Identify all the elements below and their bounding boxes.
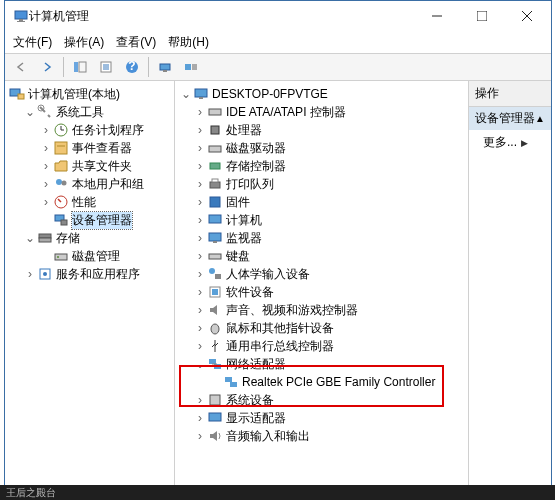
device-category[interactable]: ›音频输入和输出 — [177, 427, 466, 445]
more-actions-link[interactable]: 更多...▶ — [469, 130, 551, 155]
device-category[interactable]: ›人体学输入设备 — [177, 265, 466, 283]
tree-system-tools[interactable]: ⌄ 系统工具 — [7, 103, 172, 121]
maximize-button[interactable] — [459, 2, 504, 30]
console-tree[interactable]: 计算机管理(本地) ⌄ 系统工具 › 任务计划程序 › 事件查看器 › 共享文件… — [5, 81, 175, 487]
tree-local-users[interactable]: › 本地用户和组 — [7, 175, 172, 193]
expand-icon[interactable]: › — [193, 267, 207, 281]
device-category[interactable]: ›通用串行总线控制器 — [177, 337, 466, 355]
svg-rect-4 — [477, 11, 487, 21]
collapse-arrow-icon[interactable]: ▲ — [535, 113, 545, 124]
svg-rect-32 — [61, 220, 67, 225]
menu-file[interactable]: 文件(F) — [9, 32, 56, 53]
view-resources-button[interactable] — [179, 55, 203, 79]
collapse-icon[interactable]: ⌄ — [179, 87, 193, 101]
svg-rect-58 — [214, 364, 221, 369]
device-network-adapters[interactable]: ⌄网络适配器 — [177, 355, 466, 373]
sound-icon — [207, 302, 223, 318]
device-category[interactable]: ›声音、视频和游戏控制器 — [177, 301, 466, 319]
device-category[interactable]: ›IDE ATA/ATAPI 控制器 — [177, 103, 466, 121]
expand-icon[interactable]: › — [193, 213, 207, 227]
expand-icon[interactable]: › — [193, 159, 207, 173]
properties-button[interactable] — [94, 55, 118, 79]
actions-section-label: 设备管理器 — [475, 110, 535, 127]
svg-point-52 — [209, 268, 215, 274]
tools-icon — [37, 104, 53, 120]
menu-help[interactable]: 帮助(H) — [164, 32, 213, 53]
svg-rect-57 — [209, 359, 216, 364]
expand-icon[interactable]: › — [193, 105, 207, 119]
collapse-icon[interactable]: ⌄ — [23, 231, 37, 245]
collapse-icon[interactable]: ⌄ — [193, 357, 207, 371]
tree-event-viewer[interactable]: › 事件查看器 — [7, 139, 172, 157]
expand-icon[interactable]: › — [193, 123, 207, 137]
svg-rect-55 — [212, 289, 218, 295]
expand-icon[interactable]: › — [193, 411, 207, 425]
svg-rect-44 — [210, 163, 220, 169]
show-hide-tree-button[interactable] — [68, 55, 92, 79]
expand-icon[interactable]: › — [39, 141, 53, 155]
device-root[interactable]: ⌄ DESKTOP-0FPVTGE — [177, 85, 466, 103]
tree-task-scheduler[interactable]: › 任务计划程序 — [7, 121, 172, 139]
expand-icon[interactable]: › — [39, 159, 53, 173]
tree-label: 磁盘管理 — [72, 248, 120, 265]
tree-device-manager[interactable]: 设备管理器 — [7, 211, 172, 229]
close-button[interactable] — [504, 2, 549, 30]
device-category[interactable]: ›系统设备 — [177, 391, 466, 409]
expand-icon[interactable]: › — [193, 429, 207, 443]
submenu-arrow-icon: ▶ — [521, 138, 528, 148]
svg-rect-46 — [212, 179, 218, 182]
tree-shared-folders[interactable]: › 共享文件夹 — [7, 157, 172, 175]
computer-icon — [207, 212, 223, 228]
view-devices-button[interactable] — [153, 55, 177, 79]
device-category[interactable]: ›计算机 — [177, 211, 466, 229]
device-category[interactable]: ›固件 — [177, 193, 466, 211]
expand-icon[interactable]: › — [193, 249, 207, 263]
device-category[interactable]: ›软件设备 — [177, 283, 466, 301]
collapse-icon[interactable]: ⌄ — [23, 105, 37, 119]
device-category[interactable]: ›监视器 — [177, 229, 466, 247]
menu-view[interactable]: 查看(V) — [112, 32, 160, 53]
actions-section[interactable]: 设备管理器 ▲ — [469, 107, 551, 130]
spacer — [39, 213, 53, 227]
expand-icon[interactable]: › — [39, 123, 53, 137]
expand-icon[interactable]: › — [39, 195, 53, 209]
svg-rect-8 — [79, 62, 86, 72]
device-category[interactable]: ›打印队列 — [177, 175, 466, 193]
device-category[interactable]: ›键盘 — [177, 247, 466, 265]
device-tree[interactable]: ⌄ DESKTOP-0FPVTGE ›IDE ATA/ATAPI 控制器 ›处理… — [175, 81, 469, 487]
device-realtek-nic[interactable]: Realtek PCIe GBE Family Controller — [177, 373, 466, 391]
expand-icon[interactable]: › — [193, 195, 207, 209]
expand-icon[interactable]: › — [193, 231, 207, 245]
menu-action[interactable]: 操作(A) — [60, 32, 108, 53]
expand-icon[interactable]: › — [193, 321, 207, 335]
expand-icon[interactable]: › — [193, 285, 207, 299]
tree-disk-management[interactable]: 磁盘管理 — [7, 247, 172, 265]
tree-label: 存储 — [56, 230, 80, 247]
forward-button[interactable] — [35, 55, 59, 79]
device-label: 键盘 — [226, 248, 250, 265]
expand-icon[interactable]: › — [39, 177, 53, 191]
content-area: 计算机管理(本地) ⌄ 系统工具 › 任务计划程序 › 事件查看器 › 共享文件… — [5, 81, 551, 487]
back-button[interactable] — [9, 55, 33, 79]
device-category[interactable]: ›鼠标和其他指针设备 — [177, 319, 466, 337]
device-category[interactable]: ›显示适配器 — [177, 409, 466, 427]
minimize-button[interactable] — [414, 2, 459, 30]
svg-rect-53 — [215, 274, 221, 279]
tree-storage[interactable]: ⌄ 存储 — [7, 229, 172, 247]
tree-services-apps[interactable]: › 服务和应用程序 — [7, 265, 172, 283]
expand-icon[interactable]: › — [193, 303, 207, 317]
device-category[interactable]: ›处理器 — [177, 121, 466, 139]
expand-icon[interactable]: › — [193, 141, 207, 155]
device-category[interactable]: ›存储控制器 — [177, 157, 466, 175]
expand-icon[interactable]: › — [23, 267, 37, 281]
help-button[interactable]: ? — [120, 55, 144, 79]
device-category[interactable]: ›磁盘驱动器 — [177, 139, 466, 157]
expand-icon[interactable]: › — [193, 393, 207, 407]
taskbar[interactable]: 王后之殿台 — [0, 485, 555, 500]
tree-root[interactable]: 计算机管理(本地) — [7, 85, 172, 103]
tree-label: 任务计划程序 — [72, 122, 144, 139]
mouse-icon — [207, 320, 223, 336]
expand-icon[interactable]: › — [193, 177, 207, 191]
tree-performance[interactable]: › 性能 — [7, 193, 172, 211]
expand-icon[interactable]: › — [193, 339, 207, 353]
